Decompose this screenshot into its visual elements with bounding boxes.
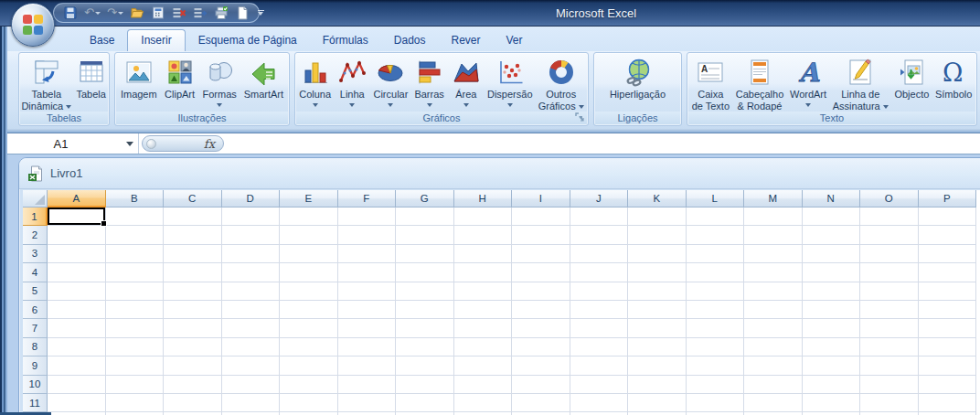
cell-M11[interactable] <box>744 394 803 412</box>
cell-J4[interactable] <box>570 263 629 282</box>
scatter-chart-button[interactable]: Dispersão <box>485 55 535 111</box>
workbook-title-bar[interactable]: Livro1 <box>19 158 980 189</box>
cell-P1[interactable] <box>919 208 977 226</box>
cell-M9[interactable] <box>744 356 803 375</box>
cell-L9[interactable] <box>687 356 745 375</box>
undo-dropdown-icon[interactable] <box>95 12 101 15</box>
cell-A9[interactable] <box>48 356 106 375</box>
column-header-E[interactable]: E <box>280 190 338 208</box>
redo-button[interactable]: ↷ <box>107 6 123 19</box>
cell-O5[interactable] <box>860 282 919 301</box>
cell-F4[interactable] <box>338 263 397 282</box>
symbol-button[interactable]: Ω Símbolo <box>933 55 974 101</box>
cell-H6[interactable] <box>454 301 513 319</box>
cell-D7[interactable] <box>222 319 281 337</box>
cell-G2[interactable] <box>396 226 454 244</box>
cell-N1[interactable] <box>803 208 861 226</box>
row-header-11[interactable]: 11 <box>23 394 48 412</box>
cell-F5[interactable] <box>338 282 397 301</box>
cell-H1[interactable] <box>454 208 513 226</box>
smartart-button[interactable]: SmartArt <box>242 55 285 101</box>
cell-L1[interactable] <box>687 208 745 226</box>
cell-N9[interactable] <box>803 356 861 375</box>
cell-G7[interactable] <box>396 319 454 337</box>
cell-P5[interactable] <box>919 282 977 301</box>
cell-K11[interactable] <box>628 394 687 412</box>
cell-F11[interactable] <box>338 394 397 412</box>
column-header-I[interactable]: I <box>512 190 570 208</box>
cell-H2[interactable] <box>454 226 513 244</box>
cell-O9[interactable] <box>860 356 919 375</box>
cell-D8[interactable] <box>222 338 281 356</box>
cell-A8[interactable] <box>48 338 106 356</box>
other-charts-button[interactable]: Outros Gráficos <box>537 55 586 113</box>
cell-M1[interactable] <box>744 208 803 226</box>
insert-cells-icon[interactable] <box>193 5 208 20</box>
wordart-button[interactable]: A WordArt <box>788 55 828 111</box>
cell-H4[interactable] <box>454 263 513 282</box>
cell-A11[interactable] <box>48 394 106 412</box>
header-footer-button[interactable]: Cabeçalho & Rodapé <box>734 55 786 113</box>
customize-qat-button[interactable] <box>254 5 267 20</box>
pivot-table-button[interactable]: Tabela Dinâmica <box>19 55 73 113</box>
object-button[interactable]: Objecto <box>892 55 931 101</box>
column-chart-button[interactable]: Coluna <box>297 55 333 111</box>
cell-I8[interactable] <box>512 338 570 356</box>
cell-C9[interactable] <box>164 356 222 375</box>
cell-O7[interactable] <box>860 319 919 337</box>
cell-D3[interactable] <box>222 245 281 263</box>
cell-M4[interactable] <box>744 263 803 282</box>
row-header-10[interactable]: 10 <box>23 376 48 394</box>
cell-E1[interactable] <box>280 208 338 226</box>
cell-A2[interactable] <box>48 226 106 244</box>
cell-J9[interactable] <box>570 356 629 375</box>
cell-H11[interactable] <box>454 394 513 412</box>
cell-J1[interactable] <box>570 208 629 226</box>
cell-C2[interactable] <box>164 226 222 244</box>
cell-C5[interactable] <box>164 282 222 301</box>
column-header-A[interactable]: A <box>48 190 106 208</box>
cell-L10[interactable] <box>687 376 745 394</box>
cell-C4[interactable] <box>164 263 222 282</box>
cell-F7[interactable] <box>338 319 397 337</box>
cell-D6[interactable] <box>222 301 281 319</box>
cell-O4[interactable] <box>860 263 919 282</box>
cell-B10[interactable] <box>106 376 165 394</box>
cell-L7[interactable] <box>687 319 745 337</box>
undo-button[interactable]: ↶ <box>84 6 101 19</box>
cell-M2[interactable] <box>744 226 803 244</box>
area-chart-button[interactable]: Área <box>449 55 484 111</box>
office-button[interactable] <box>11 3 55 47</box>
cell-F3[interactable] <box>338 245 397 263</box>
cell-L8[interactable] <box>687 338 745 356</box>
cell-F2[interactable] <box>338 226 397 244</box>
cell-D1[interactable] <box>222 208 281 226</box>
cell-D2[interactable] <box>222 226 281 244</box>
row-header-5[interactable]: 5 <box>23 282 48 301</box>
cell-G4[interactable] <box>396 263 454 282</box>
line-chart-button[interactable]: Linha <box>335 55 369 111</box>
cell-F6[interactable] <box>338 301 397 319</box>
table-button[interactable]: Tabela <box>74 55 109 101</box>
cell-G10[interactable] <box>396 376 454 394</box>
cell-L6[interactable] <box>687 301 745 319</box>
cell-K3[interactable] <box>628 245 687 263</box>
cell-F1[interactable] <box>338 208 397 226</box>
signature-line-button[interactable]: Linha de Assinatura <box>831 55 890 113</box>
cell-B2[interactable] <box>106 226 165 244</box>
cell-F10[interactable] <box>338 376 397 394</box>
cell-A6[interactable] <box>48 301 106 319</box>
cell-E3[interactable] <box>280 245 338 263</box>
tab-rever[interactable]: Rever <box>438 30 493 51</box>
cell-B11[interactable] <box>106 394 165 412</box>
pie-chart-button[interactable]: Circular <box>371 55 410 111</box>
cell-N6[interactable] <box>803 301 861 319</box>
cell-P9[interactable] <box>919 356 977 375</box>
row-header-6[interactable]: 6 <box>23 301 48 319</box>
cell-B7[interactable] <box>106 319 165 337</box>
cell-L4[interactable] <box>687 263 745 282</box>
cell-H7[interactable] <box>454 319 513 337</box>
picture-button[interactable]: Imagem <box>119 55 159 101</box>
cell-G8[interactable] <box>396 338 454 356</box>
column-header-N[interactable]: N <box>803 190 861 208</box>
